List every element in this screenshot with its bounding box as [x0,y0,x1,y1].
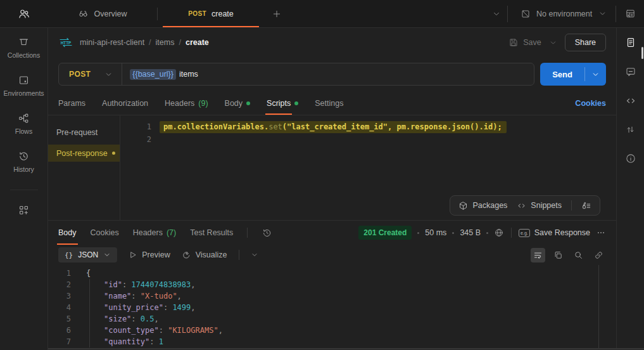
request-tab-scripts[interactable]: Scripts [267,91,298,115]
copy-icon[interactable] [551,248,565,262]
send-button-group: Send [540,63,606,86]
visualize-wand-icon [182,250,191,260]
variables-table-icon [625,8,636,19]
line-number: 7 [48,337,80,346]
cookies-link[interactable]: Cookies [575,99,606,108]
window-scrollbar-thumb[interactable] [641,47,643,59]
breadcrumb-collection[interactable]: mini-api-rest-client [80,38,144,47]
scripts-subpanel: Pre-request Post-response [48,115,120,220]
environment-label: No environment [536,10,593,18]
search-icon[interactable] [571,248,586,262]
sidebar-item-label: Collections [8,51,40,59]
sidebar-item-flows[interactable]: Flows [0,112,47,135]
cleanup-script-icon[interactable] [581,200,591,211]
request-tab-settings[interactable]: Settings [315,91,343,115]
line-number: 5 [48,314,80,323]
workspace-button[interactable] [0,0,48,27]
link-icon[interactable] [591,248,606,262]
request-tab-authorization[interactable]: Authorization [102,91,148,115]
visualize-button[interactable]: Visualize [182,250,227,260]
code-icon[interactable] [625,95,636,107]
url-input[interactable]: {{base_url}} items [122,69,534,80]
sidebar-item-history[interactable]: History [0,150,47,173]
sidebar-divider [10,190,38,190]
status-badge[interactable]: 201 Created [358,226,412,240]
environment-selector[interactable]: No environment [508,0,616,27]
breadcrumb-folder[interactable]: items [156,38,175,47]
url-variable-chip[interactable]: {{base_url}} [130,69,176,80]
response-json-line[interactable]: 2"id": 1744074838983, [48,279,616,290]
method-dropdown[interactable]: POST [59,63,122,85]
changes-arrows-icon[interactable] [625,124,636,135]
sidebar-item-collections[interactable]: Collections [0,36,47,59]
post-response-tab[interactable]: Post-response [48,145,120,162]
send-button[interactable]: Send [540,63,584,86]
topbar-spacer [289,0,486,27]
response-json-line[interactable]: 4"unity_price": 1499, [48,302,616,313]
sidebar-configure-button[interactable] [0,204,47,216]
response-scrollbar[interactable] [598,265,599,350]
comments-icon[interactable] [625,66,636,77]
play-icon [129,250,137,259]
packages-button[interactable]: Packages [458,201,507,211]
script-line[interactable]: 2 [120,134,616,145]
save-options-chevron[interactable] [548,39,559,47]
wrap-lines-button[interactable] [531,248,545,262]
response-json-line[interactable]: 6"count_type": "KILOGRAMS", [48,325,616,336]
sidebar-item-label: Environments [3,89,44,97]
response-json-line[interactable]: 5"size": 0.5, [48,313,616,325]
save-button[interactable]: Save [508,37,541,48]
tab-list-chevron[interactable] [486,0,507,27]
response-history-icon[interactable] [262,228,272,238]
line-number: 2 [48,280,80,289]
format-dropdown[interactable]: {} JSON [58,247,117,262]
network-globe-icon[interactable] [494,228,504,238]
response-size[interactable]: 345 B [460,228,481,237]
sidebar-item-environments[interactable]: Environments [0,74,47,97]
tab-count-badge: (7) [167,228,176,237]
response-tab-headers[interactable]: Headers(7) [133,221,177,245]
info-icon[interactable] [625,153,636,164]
new-tab-button[interactable] [264,0,289,27]
response-json-line[interactable]: 3"name": "X-tudo", [48,290,616,302]
flows-icon [18,112,30,124]
breadcrumb-request-name[interactable]: create [186,38,209,47]
save-response-button[interactable]: e.g. Save Response [519,228,590,237]
response-json-line[interactable]: 7"quantity": 1 [48,336,616,347]
overview-icon [78,8,89,19]
example-icon: e.g. [519,229,530,237]
line-number: 1 [120,122,160,131]
response-time[interactable]: 50 ms [425,228,446,237]
environment-quick-look-button[interactable] [616,0,644,27]
method-label: POST [69,70,91,79]
tab-request-create[interactable]: POST create [158,0,264,27]
collections-icon [18,36,30,48]
chevron-down-icon [104,70,113,79]
share-button[interactable]: Share [565,34,606,51]
request-tab-params[interactable]: Params [58,91,85,115]
environments-icon [18,74,30,86]
body-view-actions [531,248,606,262]
response-tab-cookies[interactable]: Cookies [91,221,119,245]
response-body[interactable]: 1{2"id": 1744074838983,3"name": "X-tudo"… [48,265,616,350]
more-options-button[interactable] [596,228,606,237]
line-number: 1 [48,269,80,278]
send-options-chevron[interactable] [585,63,606,86]
response-tab-test-results[interactable]: Test Results [190,221,233,245]
response-json-line[interactable]: 1{ [48,268,616,279]
tab-overview[interactable]: Overview [48,0,157,27]
documentation-icon[interactable] [625,37,636,48]
preview-button[interactable]: Preview [129,250,170,259]
code-icon [517,201,526,211]
url-container: POST {{base_url}} items [58,63,534,86]
visualize-options-chevron[interactable] [251,251,258,259]
snippets-button[interactable]: Snippets [517,201,562,211]
request-tab-body[interactable]: Body [225,91,251,115]
response-tab-body[interactable]: Body [58,221,77,245]
script-line[interactable]: 1pm.collectionVariables.set("last_create… [120,121,616,133]
pre-request-tab[interactable]: Pre-request [48,124,120,141]
tab-method-badge: POST [188,10,206,17]
line-number: 4 [48,303,80,312]
request-tab-headers[interactable]: Headers(9) [165,91,208,115]
unsaved-dot [112,152,115,155]
